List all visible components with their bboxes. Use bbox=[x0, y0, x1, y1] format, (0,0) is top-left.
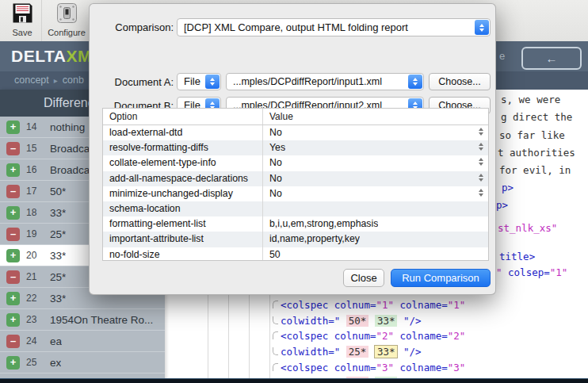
save-label: Save bbox=[6, 28, 38, 37]
fold-marker-icon[interactable] bbox=[273, 331, 278, 339]
code-line: p> bbox=[496, 199, 508, 211]
configure-button[interactable]: Configure bbox=[46, 2, 87, 37]
row-number: 20 bbox=[26, 250, 42, 261]
document-a-path-value: ...mples/DCPdiffReport/input1.xml bbox=[227, 74, 423, 90]
added-icon: + bbox=[6, 206, 20, 220]
document-a-label: Document A: bbox=[97, 76, 174, 88]
value-stepper-icon[interactable] bbox=[479, 128, 483, 136]
code-segment bbox=[394, 362, 400, 373]
code-segment bbox=[394, 330, 400, 342]
code-segment: "3" bbox=[448, 362, 466, 373]
code-line: <colspec colnum="1" colname="1" bbox=[273, 299, 465, 311]
close-button[interactable]: Close bbox=[343, 269, 384, 287]
removed-icon: – bbox=[6, 142, 20, 155]
code-segment: s, we were bbox=[501, 94, 560, 105]
code-segment: 50* bbox=[346, 315, 369, 327]
option-row-minimize-unchanged-display[interactable]: minimize-unchanged-displayNo bbox=[103, 186, 488, 201]
choose-document-a-button[interactable]: Choose... bbox=[429, 73, 491, 90]
hidden-text-fragment: e bbox=[499, 50, 505, 62]
diff-row-24[interactable]: –24ea bbox=[0, 331, 165, 352]
option-row-add-all-namespace-declarations[interactable]: add-all-namespace-declarationsNo bbox=[103, 171, 488, 186]
code-segment: t authorities bbox=[498, 147, 575, 159]
row-label: 25* bbox=[50, 271, 66, 283]
added-icon: + bbox=[6, 249, 20, 262]
fold-marker-icon[interactable] bbox=[273, 316, 278, 324]
code-line: p> bbox=[502, 182, 514, 193]
toolbar-separator bbox=[41, 0, 42, 41]
stepper-down-icon bbox=[479, 193, 483, 197]
comparison-select-value: [DCP] XML Compare, output HTML folding r… bbox=[178, 19, 490, 36]
code-line: t authorities bbox=[498, 147, 575, 159]
value-stepper-icon[interactable] bbox=[479, 158, 483, 166]
row-number: 23 bbox=[26, 314, 42, 325]
code-segment: "1" bbox=[550, 266, 568, 278]
row-label: 25* bbox=[50, 228, 66, 240]
option-name: collate-element-type-info bbox=[103, 155, 263, 170]
option-name: schema-location bbox=[103, 201, 263, 216]
code-segment: colnum= bbox=[334, 330, 376, 342]
row-number: 24 bbox=[26, 335, 42, 347]
option-row-important-attribute-list[interactable]: important-attribute-listid,name,property… bbox=[103, 232, 488, 247]
document-a-source-select[interactable]: File bbox=[177, 73, 221, 90]
stepper-up-icon bbox=[479, 158, 483, 161]
save-icon bbox=[12, 2, 33, 24]
code-segment: colnum= bbox=[334, 362, 376, 373]
row-label: ex bbox=[50, 357, 61, 369]
removed-icon: – bbox=[6, 228, 20, 241]
fold-marker-icon[interactable] bbox=[273, 301, 278, 308]
code-segment: <colspec bbox=[281, 362, 328, 373]
fold-marker-icon[interactable] bbox=[273, 363, 278, 371]
stepper-up-icon bbox=[479, 174, 483, 177]
code-segment: p> bbox=[502, 182, 514, 193]
value-stepper-icon[interactable] bbox=[479, 143, 483, 151]
comparison-label: Comparison: bbox=[97, 21, 174, 33]
option-row-collate-element-type-info[interactable]: collate-element-type-infoNo bbox=[103, 155, 488, 170]
document-a-path-select[interactable]: ...mples/DCPdiffReport/input1.xml bbox=[226, 73, 424, 90]
code-line: title> bbox=[499, 251, 535, 262]
stepper-down-icon bbox=[479, 163, 483, 166]
option-row-formatting-element-list[interactable]: formatting-element-listb,i,u,em,strong,e… bbox=[103, 216, 488, 232]
option-row-load-external-dtd[interactable]: load-external-dtdNo bbox=[103, 125, 488, 140]
configure-label: Configure bbox=[46, 28, 87, 37]
option-row-resolve-formatting-diffs[interactable]: resolve-formatting-diffsYes bbox=[103, 140, 488, 155]
stepper-up-icon bbox=[479, 143, 483, 146]
back-button[interactable]: ← bbox=[521, 47, 582, 70]
added-icon: + bbox=[6, 356, 20, 370]
row-label: 50* bbox=[50, 186, 66, 197]
stepper-down-icon bbox=[479, 132, 483, 136]
code-segment bbox=[397, 315, 403, 327]
code-segment bbox=[397, 346, 403, 358]
code-segment: "3" bbox=[376, 362, 394, 373]
options-table-header: Option Value bbox=[103, 109, 488, 125]
stepper-up-icon bbox=[479, 128, 483, 131]
diff-row-23[interactable]: +231954On Theatre Ro... bbox=[0, 309, 165, 331]
value-stepper-icon[interactable] bbox=[479, 189, 483, 197]
code-segment: "/> bbox=[403, 315, 422, 327]
option-name: minimize-unchanged-display bbox=[103, 186, 263, 201]
value-stepper-icon[interactable] bbox=[479, 174, 483, 182]
breadcrumb-item-conb[interactable]: conb bbox=[63, 75, 84, 86]
row-number: 22 bbox=[26, 293, 42, 304]
option-row-no-fold-size[interactable]: no-fold-size50 bbox=[103, 247, 488, 262]
save-button[interactable]: Save bbox=[6, 2, 38, 37]
code-line: colwidth=" 25* 33* "/> bbox=[273, 346, 422, 358]
code-segment: colnum= bbox=[334, 299, 376, 311]
row-number: 19 bbox=[26, 228, 42, 239]
option-value: No bbox=[263, 186, 282, 201]
diff-row-25[interactable]: +25ex bbox=[0, 352, 165, 373]
code-line: colwidth=" 50* 33* "/> bbox=[273, 315, 422, 327]
breadcrumb-item-concept[interactable]: concept bbox=[14, 75, 49, 86]
code-segment: colname= bbox=[400, 362, 448, 373]
option-row-schema-location[interactable]: schema-location bbox=[103, 201, 488, 216]
option-value: b,i,u,em,strong,emphasis bbox=[263, 216, 378, 232]
option-value: No bbox=[263, 155, 282, 170]
select-stepper-icon bbox=[205, 75, 220, 89]
comparison-select[interactable]: [DCP] XML Compare, output HTML folding r… bbox=[177, 18, 491, 36]
option-name: no-fold-size bbox=[103, 247, 263, 262]
removed-icon: – bbox=[6, 335, 20, 348]
code-segment: 25* bbox=[346, 346, 369, 358]
code-line: st_nlk_xs" bbox=[498, 222, 557, 234]
stepper-down-icon bbox=[479, 178, 483, 182]
run-comparison-button[interactable]: Run Comparison bbox=[391, 269, 491, 287]
fold-marker-icon[interactable] bbox=[273, 347, 278, 355]
